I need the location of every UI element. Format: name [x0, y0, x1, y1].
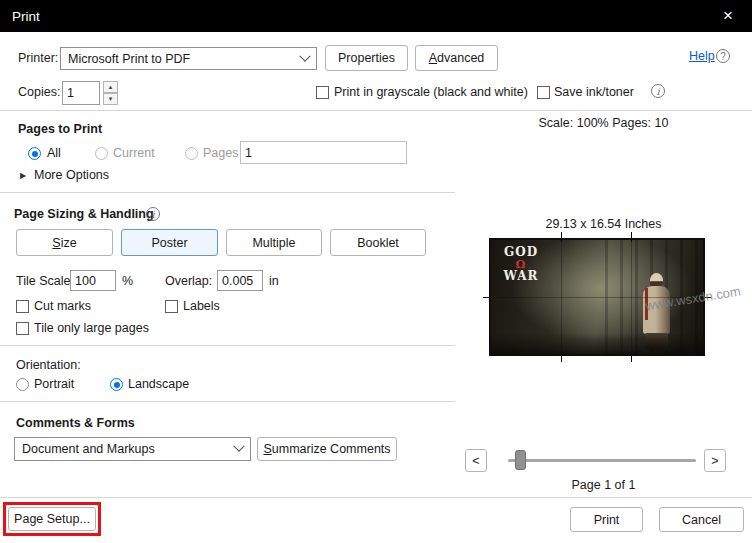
page-slider[interactable]: [508, 459, 696, 462]
page-range-input[interactable]: [240, 141, 407, 164]
next-page-button[interactable]: >: [704, 449, 726, 472]
page-setup-label: Page Setup...: [14, 512, 90, 526]
titlebar: Print ×: [0, 0, 752, 32]
copies-input[interactable]: [62, 81, 100, 105]
separator: [0, 345, 455, 346]
radio-all[interactable]: [28, 147, 41, 160]
printer-select-value: Microsoft Print to PDF: [68, 52, 190, 66]
cancel-button[interactable]: Cancel: [659, 507, 744, 532]
grayscale-label: Print in grayscale (black and white): [334, 85, 528, 99]
summarize-comments-button[interactable]: Summarize Comments: [257, 437, 397, 461]
copies-stepper-up[interactable]: ▲: [103, 81, 118, 93]
separator: [0, 401, 455, 402]
preview-frame: GOD Ω WAR: [489, 238, 705, 356]
down-arrow-icon: ▼: [108, 96, 114, 102]
radio-current-label: Current: [113, 146, 155, 160]
booklet-label: Booklet: [357, 236, 399, 250]
advanced-label: Advanced: [429, 51, 485, 65]
print-dialog: Print × Printer: Microsoft Print to PDF …: [0, 0, 752, 543]
separator: [0, 110, 752, 111]
next-page-label: >: [711, 454, 718, 468]
comments-select-value: Document and Markups: [22, 442, 155, 456]
kratos-red-stripe: [645, 288, 648, 320]
radio-landscape[interactable]: [110, 378, 123, 391]
tile-only-checkbox[interactable]: [16, 322, 29, 335]
cancel-label: Cancel: [682, 513, 721, 527]
summarize-comments-label: Summarize Comments: [263, 442, 390, 456]
chevron-down-icon: [233, 441, 244, 452]
tile-tick: [701, 297, 711, 298]
copies-label: Copies:: [18, 85, 60, 99]
properties-button[interactable]: Properties: [325, 45, 408, 71]
booklet-button[interactable]: Booklet: [330, 229, 426, 256]
landscape-label: Landscape: [128, 377, 189, 391]
help-icon[interactable]: ?: [716, 49, 730, 63]
tile-tick: [483, 297, 493, 298]
radio-portrait[interactable]: [16, 378, 29, 391]
tile-tick: [631, 232, 632, 242]
comments-select[interactable]: Document and Markups: [14, 437, 251, 461]
tile-tick: [561, 232, 562, 242]
properties-label: Properties: [338, 51, 395, 65]
multiple-button[interactable]: Multiple: [226, 229, 322, 256]
size-button[interactable]: Size: [16, 229, 113, 256]
save-ink-label: Save ink/toner: [554, 85, 634, 99]
gow-logo-war: WAR: [504, 269, 539, 283]
multiple-label: Multiple: [252, 236, 295, 250]
cut-marks-checkbox[interactable]: [16, 300, 29, 313]
printer-select[interactable]: Microsoft Print to PDF: [60, 47, 317, 70]
separator: [0, 192, 455, 193]
ground-shadow: [491, 333, 703, 354]
page-setup-button[interactable]: Page Setup...: [8, 507, 96, 531]
radio-pages[interactable]: [185, 147, 198, 160]
tile-only-label: Tile only large pages: [34, 321, 149, 335]
cut-marks-label: Cut marks: [34, 299, 91, 313]
pages-to-print-heading: Pages to Print: [18, 122, 102, 136]
labels-label: Labels: [183, 299, 220, 313]
tile-scale-unit: %: [122, 274, 133, 288]
close-icon[interactable]: ×: [716, 4, 740, 28]
labels-checkbox[interactable]: [165, 300, 178, 313]
tile-scale-input[interactable]: [70, 270, 116, 291]
size-label: Size: [52, 236, 76, 250]
window-title: Print: [12, 9, 40, 24]
tile-scale-label: Tile Scale:: [16, 274, 74, 288]
overlap-label: Overlap:: [165, 274, 212, 288]
scale-info: Scale: 100% Pages: 10: [455, 116, 752, 130]
up-arrow-icon: ▲: [108, 84, 114, 90]
page-sizing-heading: Page Sizing & Handling: [14, 207, 154, 221]
print-button[interactable]: Print: [570, 507, 643, 532]
orientation-heading: Orientation:: [16, 358, 81, 372]
radio-all-label: All: [47, 146, 61, 160]
radio-pages-label: Pages: [203, 146, 238, 160]
dimensions-label: 29.13 x 16.54 Inches: [455, 217, 752, 231]
tile-boundary: [491, 297, 703, 298]
poster-button[interactable]: Poster: [121, 229, 218, 256]
prev-page-button[interactable]: <: [465, 449, 487, 472]
tile-tick: [631, 352, 632, 362]
chevron-down-icon: [299, 50, 310, 61]
slider-handle[interactable]: [515, 450, 526, 470]
portrait-label: Portrait: [34, 377, 74, 391]
separator: [0, 497, 752, 498]
printer-label: Printer:: [18, 51, 58, 65]
poster-label: Poster: [151, 236, 187, 250]
overlap-unit: in: [269, 274, 279, 288]
more-options-triangle-icon: ▶: [20, 171, 26, 180]
sizing-info-icon[interactable]: i: [146, 207, 160, 221]
gow-logo: GOD Ω WAR: [499, 246, 543, 282]
advanced-button[interactable]: Advanced: [415, 45, 498, 71]
ink-info-icon[interactable]: i: [651, 84, 665, 98]
help-link[interactable]: Help: [689, 49, 715, 63]
gow-logo-god: GOD: [504, 245, 538, 259]
page-info: Page 1 of 1: [455, 478, 752, 492]
overlap-input[interactable]: [217, 270, 263, 291]
tile-tick: [561, 352, 562, 362]
radio-current[interactable]: [95, 147, 108, 160]
copies-stepper-down[interactable]: ▼: [103, 93, 118, 105]
more-options-toggle[interactable]: More Options: [34, 168, 109, 182]
prev-page-label: <: [472, 454, 479, 468]
grayscale-checkbox[interactable]: [316, 86, 329, 99]
save-ink-checkbox[interactable]: [537, 86, 550, 99]
print-label: Print: [594, 513, 620, 527]
